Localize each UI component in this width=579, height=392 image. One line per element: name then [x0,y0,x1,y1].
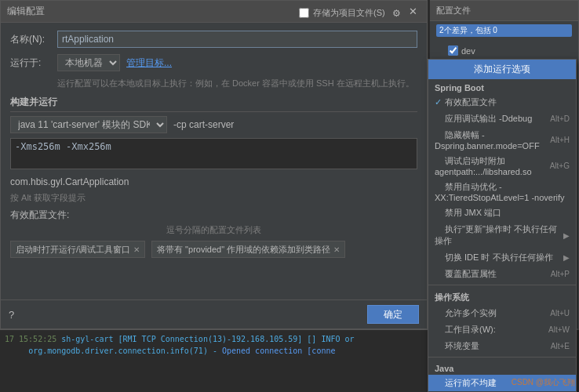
bottom-bar: ? 确定 [1,299,427,328]
config-files-label: 有效配置文件: [10,209,417,222]
console-opened: Opened connection [conne [222,347,336,355]
open-tool-window-label: 启动时打开运行/调试工具窗口 [16,244,130,256]
dialog-title: 编辑配置 [7,5,45,18]
dropdown-item[interactable]: ✓禁用 JMX 端口 [428,205,576,221]
console-class: org.mongodb.driver.connection.info(71) - [28,347,222,355]
spring-item-3-label: 调试启动时附加 agentpath:.../libshared.so [435,156,532,176]
sdk-select[interactable]: java 11 'cart-server' 模块的 SDK [10,116,167,133]
ops-item-1-label: 工作目录(W): [445,325,496,334]
close-button[interactable]: ✕ [406,5,421,17]
dropdown-item[interactable]: ✓应用调试输出 -Ddebug Alt+D [428,111,576,127]
ops-item-1-shortcut: Alt+W [548,325,570,334]
config-file-label: dev [461,46,475,56]
save-project-checkbox[interactable] [299,8,309,18]
add-provided-deps-btn[interactable]: 将带有 "provided" 作用域的依赖添加到类路径 ✕ [151,241,345,258]
spring-item-8-shortcut: Alt+P [551,270,570,278]
console-text1: or [345,335,355,343]
spring-item-0-label: 有效配置文件 [445,97,497,107]
run-on-row: 运行于: 本地机器 管理目标... [10,54,417,71]
run-on-label: 运行于: [10,56,57,70]
ops-item-2-label: 环境变量 [445,341,479,350]
dropdown-item[interactable]: ✓执行"更新"操作时 不执行任何操作 ▶ [428,221,576,249]
spring-item-6-label: 执行"更新"操作时 不执行任何操作 [435,224,557,245]
arrow-right-icon: ▶ [563,231,570,240]
spring-item-8-label: 覆盖配置属性 [445,269,497,278]
java-item-0-label: 运行前不均建 [445,378,497,387]
dropdown-item[interactable]: ✓覆盖配置属性 Alt+P [428,266,576,282]
dropdown-item[interactable]: ✓切换 IDE 时 不执行任何操作 ▶ [428,249,576,266]
console-level: INFO [321,335,344,343]
config-files-hint: 逗号分隔的配置文件列表 [10,224,417,236]
name-input[interactable] [57,31,417,48]
config-tree-item[interactable]: dev [434,44,574,57]
console-thread: sh-gyl-cart [61,335,113,343]
spring-item-2-shortcut: Alt+H [550,136,570,144]
spring-item-4-label: 禁用自动优化 -XX:TieredStopAtLevel=1 -noverify [435,182,565,202]
confirm-button[interactable]: 确定 [367,305,419,324]
spring-item-7-label: 切换 IDE 时 不执行任何操作 [445,252,553,262]
java-section: Java [428,360,576,375]
build-section-header: 构建并运行 [10,96,417,112]
console-indent [5,347,24,355]
run-on-select[interactable]: 本地机器 [57,54,120,71]
watermark: CSDN @我心飞翔 [512,377,575,388]
dropdown-item[interactable]: ✓有效配置文件 [428,94,576,111]
help-button[interactable]: ? [9,309,14,321]
main-class-text: com.hbis.gyl.CartApplication [10,176,417,187]
gear-icon[interactable]: ⚙ [392,8,401,19]
name-label: 名称(N): [10,33,57,46]
dropdown-overlay: 添加运行选项 Spring Boot ✓有效配置文件 ✓应用调试输出 -Ddeb… [428,59,577,392]
open-tool-window-btn[interactable]: 启动时打开运行/调试工具窗口 ✕ [10,241,145,258]
operations-section: 操作系统 [428,288,576,305]
dropdown-item[interactable]: ✓允许多个实例 Alt+U [428,305,576,321]
name-row: 名称(N): [10,31,417,48]
dropdown-item[interactable]: ✓工作目录(W): Alt+W [428,321,576,338]
alt-hint: 按 Alt 获取字段提示 [10,192,417,204]
ops-item-0-shortcut: Alt+U [550,309,570,318]
close-tag-icon[interactable]: ✕ [133,245,140,254]
add-provided-deps-label: 将带有 "provided" 作用域的依赖添加到类路径 [157,244,330,256]
close-tag2-icon[interactable]: ✕ [333,245,340,254]
divider1 [428,285,576,285]
buttons-row: 启动时打开运行/调试工具窗口 ✕ 将带有 "provided" 作用域的依赖添加… [10,241,417,258]
console-connection: [RMI TCP Connection(13)-192.168.105.59] … [118,335,322,343]
dropdown-header: 添加运行选项 [428,60,576,79]
dropdown-item[interactable]: ✓禁用自动优化 -XX:TieredStopAtLevel=1 -noverif… [428,179,576,205]
cp-text: -cp cart-server [173,119,234,130]
ops-item-0-label: 允许多个实例 [445,308,497,318]
dialog-body: 名称(N): 运行于: 本地机器 管理目标... 运行配置可以在本地或目标上执行… [1,23,427,266]
dropdown-item[interactable]: ✓隐藏横幅 -Dspring.banner.mode=OFF Alt+H [428,127,576,153]
save-project-row: 存储为项目文件(S) ⚙ [299,7,401,19]
sdk-row: java 11 'cart-server' 模块的 SDK -cp cart-s… [10,116,417,133]
main-dialog: 编辑配置 ✕ 存储为项目文件(S) ⚙ 名称(N): 运行于: 本地机器 管理目… [0,0,428,329]
spring-item-2-label: 隐藏横幅 -Dspring.banner.mode=OFF [435,130,540,151]
description-text: 运行配置可以在本地或目标上执行：例如，在 Docker 容器中或使用 SSH 在… [57,78,417,89]
spring-item-1-label: 应用调试输出 -Ddebug [445,114,532,123]
ops-item-2-shortcut: Alt+E [551,342,570,350]
config-file-checkbox[interactable] [448,45,458,56]
dropdown-item[interactable]: ✓环境变量 Alt+E [428,338,576,354]
divider2 [428,357,576,358]
arrow-right2-icon: ▶ [563,253,570,262]
console-time: 17 15:52:25 [5,335,61,343]
right-panel-title: 配置文件 [430,1,578,21]
manage-link[interactable]: 管理目标... [126,56,172,70]
save-project-label: 存储为项目文件(S) [313,7,385,19]
spring-item-1-shortcut: Alt+D [550,114,570,123]
spring-item-5-label: 禁用 JMX 端口 [445,208,501,217]
dropdown-item[interactable]: ✓调试启动时附加 agentpath:.../libshared.so Alt+… [428,153,576,179]
diff-badge: 2个差异，包括 0 [436,24,572,37]
spring-boot-section: Spring Boot [428,79,576,94]
vm-options-input[interactable]: -Xms256m -Xmx256m [10,138,417,169]
spring-item-3-shortcut: Alt+G [550,162,570,170]
